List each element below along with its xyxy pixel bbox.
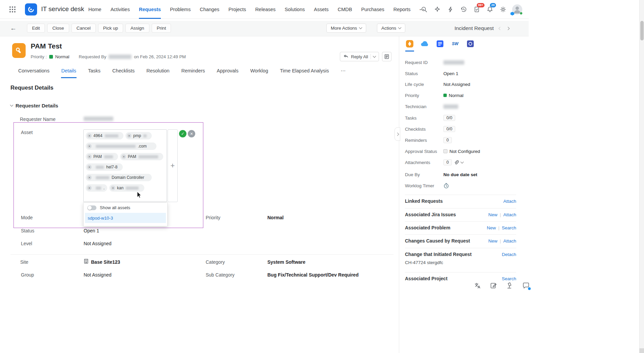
- add-asset-button[interactable]: +: [171, 162, 175, 169]
- previous-request-icon[interactable]: [499, 27, 502, 30]
- remove-chip-icon[interactable]: ✕: [87, 133, 92, 138]
- nav-item-cmdb[interactable]: CMDB: [338, 0, 352, 19]
- show-all-assets-toggle[interactable]: [87, 205, 96, 210]
- tab-reminders[interactable]: Reminders: [181, 67, 205, 78]
- asset-chip[interactable]: ✕PAM: [86, 153, 118, 160]
- remove-chip-icon[interactable]: ✕: [121, 154, 126, 159]
- change-detach-link[interactable]: Detach: [502, 252, 516, 257]
- product-logo[interactable]: [25, 3, 37, 15]
- tab-worklog[interactable]: Worklog: [250, 67, 268, 78]
- tab-time-elapsed-analysis[interactable]: Time Elapsed Analysis: [280, 67, 329, 78]
- paperclip-icon[interactable]: [454, 160, 459, 165]
- scrollbar-thumb[interactable]: [640, 21, 644, 40]
- remove-chip-icon[interactable]: ✕: [87, 144, 92, 149]
- panel-tab-app-icon-2[interactable]: [466, 39, 475, 48]
- confirm-asset-button[interactable]: ✓: [179, 130, 186, 137]
- nav-item-activities[interactable]: Activities: [111, 0, 130, 19]
- timer-clock-icon[interactable]: [443, 183, 449, 189]
- remove-chip-icon[interactable]: ✕: [87, 186, 92, 190]
- initiating-change-value[interactable]: CH-47724 stergdfc: [405, 260, 516, 265]
- requested-by-label: Requested By: [79, 54, 107, 59]
- tab-resolution[interactable]: Resolution: [146, 67, 170, 78]
- problem-search-link[interactable]: Search: [502, 225, 516, 230]
- cancel-button[interactable]: Cancel: [71, 24, 96, 33]
- quick-actions-bolt-icon[interactable]: [446, 5, 455, 13]
- jira-new-link[interactable]: New: [488, 212, 497, 217]
- remove-chip-icon[interactable]: ✕: [87, 154, 92, 159]
- nav-item-reports[interactable]: Reports: [393, 0, 411, 19]
- nav-item-home[interactable]: Home: [88, 0, 101, 19]
- priority-label: Priority :: [31, 54, 47, 59]
- nav-item-changes[interactable]: Changes: [200, 0, 219, 19]
- nav-item-purchases[interactable]: Purchases: [361, 0, 384, 19]
- nav-item-solutions[interactable]: Solutions: [285, 0, 305, 19]
- compose-note-icon[interactable]: [490, 282, 498, 290]
- requester-details-toggle[interactable]: Requester Details: [10, 103, 58, 108]
- tab-more[interactable]: ⋯: [341, 67, 346, 78]
- panel-tab-sw-icon[interactable]: SW: [451, 39, 460, 48]
- remove-chip-icon[interactable]: ✕: [87, 175, 92, 180]
- nav-item-assets[interactable]: Assets: [314, 0, 329, 19]
- assign-button[interactable]: Assign: [125, 24, 149, 33]
- next-request-icon[interactable]: [506, 27, 510, 30]
- back-arrow-icon[interactable]: ←: [10, 25, 17, 32]
- panel-section-associated-problem: Associated Problem New|Search: [405, 221, 516, 230]
- panel-tab-app-icon-1[interactable]: [436, 39, 444, 48]
- changes-attach-link[interactable]: Attach: [503, 238, 516, 244]
- tab-checklists[interactable]: Checklists: [112, 67, 135, 78]
- problem-new-link[interactable]: New: [487, 225, 496, 230]
- changes-new-link[interactable]: New: [488, 238, 497, 244]
- panel-collapse-handle[interactable]: [394, 127, 400, 141]
- lamp-icon[interactable]: [506, 282, 514, 290]
- tab-conversations[interactable]: Conversations: [18, 67, 50, 78]
- asset-chips-input[interactable]: ✕4964 ✕pmp ✕.com ✕PAM ✕PAM ✕hel7-8 ✕Doma…: [83, 129, 167, 202]
- reply-all-button[interactable]: Reply All: [340, 52, 379, 61]
- nav-item-problems[interactable]: Problems: [170, 0, 191, 19]
- remove-chip-icon[interactable]: ✕: [111, 186, 115, 190]
- cancel-asset-button[interactable]: ✕: [188, 130, 195, 137]
- panel-field-tasks: Tasks 0/0: [405, 115, 455, 121]
- settings-gear-icon[interactable]: [499, 5, 507, 13]
- search-icon[interactable]: [420, 5, 428, 13]
- tab-tasks[interactable]: Tasks: [88, 67, 101, 78]
- asset-suggestion-item[interactable]: sdpod-w10-3: [85, 213, 166, 223]
- approvals-icon[interactable]: 99+: [473, 5, 481, 13]
- nav-item-releases[interactable]: Releases: [255, 0, 275, 19]
- reply-options-chevron-icon[interactable]: [373, 54, 376, 58]
- close-button[interactable]: Close: [47, 24, 69, 33]
- actions-dropdown[interactable]: Actions: [377, 24, 405, 33]
- history-icon[interactable]: [460, 5, 468, 13]
- asset-chip[interactable]: ✕hel7-8: [86, 163, 123, 171]
- tab-approvals[interactable]: Approvals: [216, 67, 239, 78]
- translate-icon[interactable]: [473, 282, 481, 290]
- asset-chip[interactable]: ✕pmp: [125, 132, 152, 139]
- asset-chip[interactable]: ✕Domain Controller: [86, 174, 152, 181]
- app-launcher-icon[interactable]: [9, 6, 16, 13]
- linked-requests-attach-link[interactable]: Attach: [503, 199, 516, 204]
- notifications-bell-icon[interactable]: 20: [486, 5, 494, 13]
- project-search-link[interactable]: Search: [502, 276, 516, 281]
- remove-chip-icon[interactable]: ✕: [127, 133, 131, 138]
- nav-item-requests[interactable]: Requests: [139, 0, 161, 19]
- print-button[interactable]: Print: [152, 24, 171, 33]
- panel-tab-request-icon[interactable]: [405, 39, 414, 48]
- user-avatar[interactable]: [512, 4, 522, 14]
- asset-chip[interactable]: ✕4964: [86, 132, 123, 139]
- nav-item-projects[interactable]: Projects: [228, 0, 246, 19]
- jira-attach-link[interactable]: Attach: [503, 212, 516, 217]
- asset-chip[interactable]: ✕kan: [109, 184, 144, 192]
- tab-details[interactable]: Details: [61, 67, 77, 78]
- asset-chip[interactable]: ✕.: [86, 184, 107, 192]
- attachments-chevron-icon[interactable]: [461, 160, 464, 163]
- edit-button[interactable]: Edit: [27, 24, 45, 33]
- asset-chip[interactable]: ✕.com: [86, 142, 156, 150]
- request-summary-button[interactable]: [382, 52, 391, 61]
- zia-sparkle-icon[interactable]: [433, 5, 441, 13]
- asset-chip[interactable]: ✕PAM: [120, 153, 163, 160]
- pickup-button[interactable]: Pick up: [98, 24, 123, 33]
- remove-chip-icon[interactable]: ✕: [87, 165, 92, 169]
- more-actions-dropdown[interactable]: More Actions: [326, 24, 366, 33]
- page-scrollbar[interactable]: [639, 0, 644, 353]
- panel-tab-cloud-icon[interactable]: [420, 39, 429, 48]
- chat-icon[interactable]: [522, 282, 530, 290]
